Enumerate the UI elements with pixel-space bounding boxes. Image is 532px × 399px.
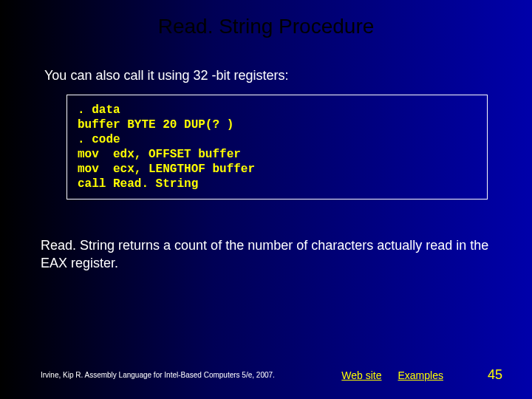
page-title: Read. String Procedure (0, 0, 532, 38)
citation-text: Irvine, Kip R. Assembly Language for Int… (41, 371, 275, 379)
code-block: . data buffer BYTE 20 DUP(? ) . code mov… (66, 95, 488, 200)
footer-links: Web site Examples (341, 369, 443, 381)
page-number: 45 (488, 367, 502, 383)
explanation-text: Read. String returns a count of the numb… (41, 236, 491, 273)
intro-text: You can also call it using 32 -bit regis… (44, 68, 532, 83)
web-site-link[interactable]: Web site (341, 369, 381, 381)
footer: Irvine, Kip R. Assembly Language for Int… (0, 367, 532, 383)
examples-link[interactable]: Examples (398, 369, 443, 381)
